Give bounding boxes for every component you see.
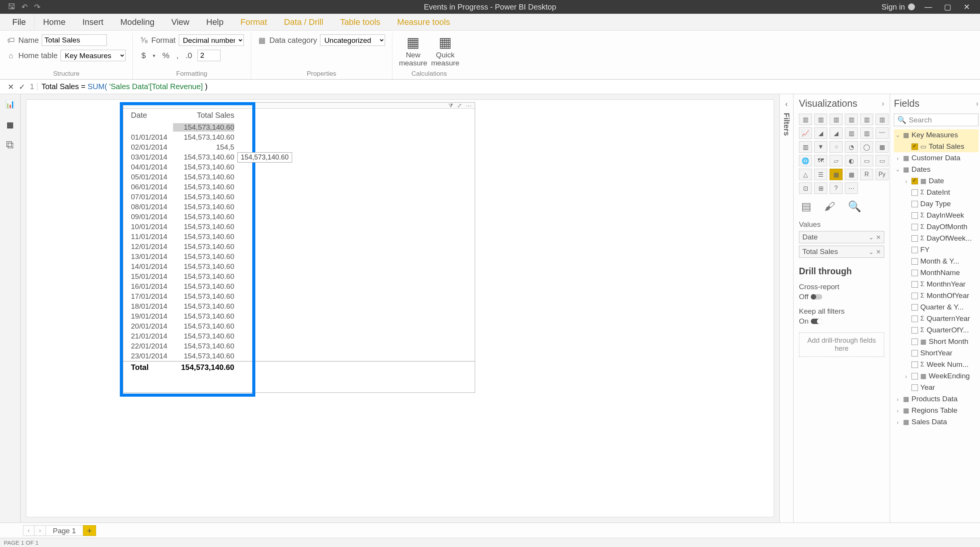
table-row[interactable]: 23/01/2014154,573,140.60 (123, 351, 475, 361)
viz-line-col2[interactable]: ▥ (860, 127, 873, 139)
field-fy[interactable]: FY (894, 244, 978, 256)
field-monthname[interactable]: MonthName (894, 267, 978, 278)
table-row[interactable]: 15/01/2014154,573,140.60 (123, 272, 475, 282)
field-checkbox[interactable] (911, 281, 918, 288)
field-quarterofy-[interactable]: ΣQuarterOfY... (894, 324, 978, 336)
field-table-sales-data[interactable]: ›▦Sales Data (894, 416, 978, 428)
table-row[interactable]: 06/01/2014154,573,140.60 (123, 182, 475, 192)
field-checkbox[interactable] (911, 304, 918, 311)
viz-table[interactable]: ▦ (830, 169, 843, 180)
page-next-button[interactable]: › (34, 525, 46, 536)
viz-slicer[interactable]: ☰ (814, 169, 827, 180)
table-row[interactable]: 154,573,140.60 (123, 122, 475, 132)
table-row[interactable]: 08/01/2014154,573,140.60 (123, 202, 475, 212)
field-quarter-y-[interactable]: Quarter & Y... (894, 301, 978, 313)
viz-waterfall[interactable]: ▥ (799, 141, 812, 153)
field-dateint[interactable]: ΣDateInt (894, 187, 978, 198)
format-tab-icon[interactable]: 🖌 (824, 200, 835, 213)
field-table-regions-table[interactable]: ›▦Regions Table (894, 405, 978, 416)
field-checkbox[interactable] (911, 224, 918, 230)
analytics-tab-icon[interactable]: 🔍 (848, 200, 861, 213)
tab-modeling[interactable]: Modeling (112, 14, 163, 30)
table-row[interactable]: 13/01/2014154,573,140.60 (123, 252, 475, 262)
field-year[interactable]: Year (894, 382, 978, 393)
field-total-sales[interactable]: ▭Total Sales (894, 141, 978, 152)
field-dayofmonth[interactable]: ΣDayOfMonth (894, 221, 978, 233)
tab-format[interactable]: Format (232, 14, 276, 30)
viz-map[interactable]: 🌐 (799, 155, 812, 166)
decimals-decrease-button[interactable]: .0 (184, 50, 194, 61)
field-table-products-data[interactable]: ›▦Products Data (894, 393, 978, 405)
viz-r[interactable]: R (860, 169, 873, 180)
viz-clustered-bar[interactable]: ▥ (830, 114, 843, 125)
tab-insert[interactable]: Insert (74, 14, 112, 30)
table-row[interactable]: 18/01/2014154,573,140.60 (123, 301, 475, 311)
field-monthofyear[interactable]: ΣMonthOfYear (894, 290, 978, 301)
maximize-icon[interactable]: ▢ (942, 2, 953, 11)
comma-button[interactable]: , (175, 50, 180, 61)
format-select[interactable]: Decimal number (179, 34, 244, 46)
viz-card[interactable]: ▭ (860, 155, 873, 166)
field-date[interactable]: ›▦Date (894, 175, 978, 187)
report-canvas[interactable]: ⧩ ⤢ ⋯ Date Total Sales 154,573,140.6001/… (26, 99, 774, 517)
filters-expand-icon[interactable]: ‹ (785, 99, 788, 108)
field-checkbox[interactable] (911, 201, 918, 207)
viz-qa[interactable]: ? (830, 182, 843, 194)
viz-pie[interactable]: ◔ (845, 141, 858, 153)
table-row[interactable]: 22/01/2014154,573,140.60 (123, 341, 475, 351)
field-dayofweek-[interactable]: ΣDayOfWeek... (894, 233, 978, 244)
quick-measure-button[interactable]: ▦ Quick measure (431, 34, 459, 67)
viz-collapse-icon[interactable]: › (882, 99, 884, 108)
table-row[interactable]: 19/01/2014154,573,140.60 (123, 311, 475, 321)
viz-matrix[interactable]: ▦ (845, 169, 858, 180)
field-week-num-[interactable]: ΣWeek Num... (894, 359, 978, 370)
field-checkbox[interactable] (911, 143, 918, 150)
report-view-icon[interactable]: 📊 (5, 99, 15, 109)
viz-donut[interactable]: ◯ (860, 141, 873, 153)
viz-100-col[interactable]: ▥ (875, 114, 889, 125)
table-row[interactable]: 05/01/2014154,573,140.60 (123, 172, 475, 182)
field-checkbox[interactable] (911, 258, 918, 265)
table-row[interactable]: 01/01/2014154,573,140.60 (123, 132, 475, 142)
table-row[interactable]: 12/01/2014154,573,140.60 (123, 242, 475, 252)
table-row[interactable]: 07/01/2014154,573,140.60 (123, 192, 475, 202)
field-checkbox[interactable] (911, 293, 918, 299)
field-shortyear[interactable]: ShortYear (894, 347, 978, 359)
viz-100-bar[interactable]: ▥ (860, 114, 873, 125)
field-checkbox[interactable] (911, 235, 918, 242)
name-input[interactable] (42, 34, 107, 46)
tab-help[interactable]: Help (198, 14, 232, 30)
viz-funnel[interactable]: ▼ (814, 141, 827, 153)
table-row[interactable]: 16/01/2014154,573,140.60 (123, 282, 475, 291)
table-row[interactable]: 11/01/2014154,573,140.60 (123, 232, 475, 242)
page-tab-1[interactable]: Page 1 (46, 525, 83, 536)
save-icon[interactable]: 🖫 (8, 2, 15, 11)
viz-scatter[interactable]: ⁘ (830, 141, 843, 153)
viz-key-influencers[interactable]: ⊡ (799, 182, 812, 194)
field-checkbox[interactable] (911, 373, 918, 379)
field-table-customer-data[interactable]: ›▦Customer Data (894, 152, 978, 164)
tab-home[interactable]: Home (34, 14, 74, 30)
field-dayinweek[interactable]: ΣDayInWeek (894, 210, 978, 221)
visual-filter-icon[interactable]: ⧩ (448, 102, 453, 109)
viz-decomp[interactable]: ⊞ (814, 182, 827, 194)
fields-collapse-icon[interactable]: › (976, 99, 978, 108)
table-visual[interactable]: ⧩ ⤢ ⋯ Date Total Sales 154,573,140.6001/… (123, 102, 475, 393)
tab-view[interactable]: View (163, 14, 198, 30)
minimize-icon[interactable]: — (923, 3, 934, 11)
col-sales[interactable]: Total Sales (173, 111, 234, 120)
fields-search[interactable]: 🔍Search (894, 114, 978, 126)
field-checkbox[interactable] (911, 212, 918, 219)
currency-button[interactable]: $ (140, 50, 147, 61)
table-row[interactable]: 02/01/2014154,5 (123, 142, 475, 152)
viz-py[interactable]: Py (875, 169, 889, 180)
table-row[interactable]: 10/01/2014154,573,140.60 (123, 222, 475, 232)
field-checkbox[interactable] (911, 327, 918, 334)
viz-stacked-area[interactable]: ◢ (830, 127, 843, 139)
field-table-key-measures[interactable]: ⌄▦Key Measures (894, 129, 978, 141)
table-row[interactable]: 09/01/2014154,573,140.60 (123, 212, 475, 222)
field-checkbox[interactable] (911, 316, 918, 322)
viz-filled-map[interactable]: 🗺 (814, 155, 827, 166)
well-date-remove-icon[interactable]: ✕ (876, 234, 881, 241)
field-checkbox[interactable] (911, 384, 918, 391)
